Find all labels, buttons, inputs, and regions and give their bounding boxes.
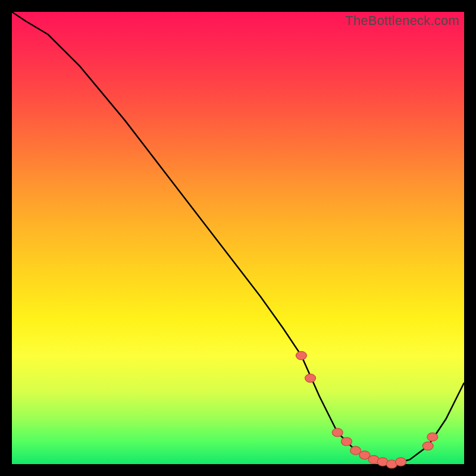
optimal-marker <box>427 433 438 441</box>
marker-group <box>296 352 437 468</box>
optimal-marker <box>422 442 433 450</box>
optimal-marker <box>396 458 406 466</box>
optimal-marker <box>296 352 306 360</box>
plot-area: TheBottleneck.com <box>12 12 464 464</box>
chart-frame: TheBottleneck.com <box>0 0 476 476</box>
optimal-marker <box>305 374 316 383</box>
optimal-marker <box>341 437 352 446</box>
optimal-marker <box>332 428 343 437</box>
chart-svg <box>12 12 464 464</box>
bottleneck-curve <box>12 12 464 464</box>
